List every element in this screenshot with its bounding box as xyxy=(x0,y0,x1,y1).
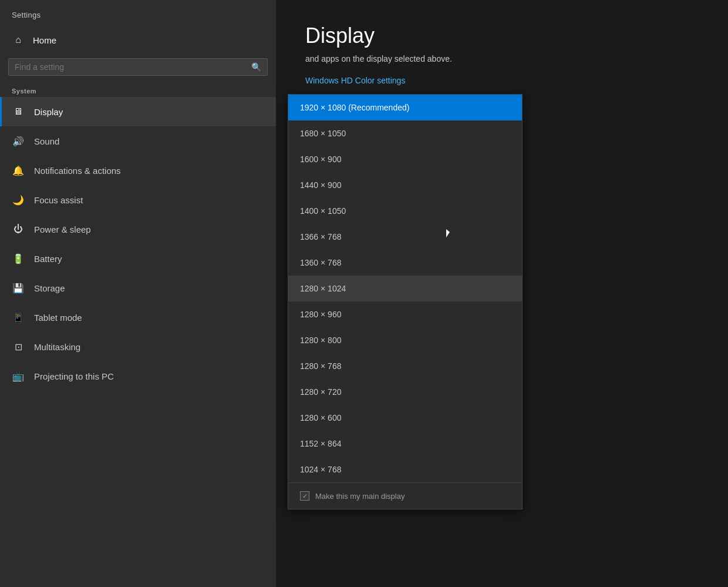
sidebar-item-label-focus: Focus assist xyxy=(34,195,83,205)
dropdown-resolution-item[interactable]: 1280 × 800 xyxy=(288,327,522,353)
focus-icon: 🌙 xyxy=(12,193,25,206)
sidebar-item-label-storage: Storage xyxy=(34,283,65,293)
sound-icon: 🔊 xyxy=(12,135,25,147)
nav-list: 🖥 Display 🔊 Sound 🔔 Notifications & acti… xyxy=(0,97,276,391)
sidebar-item-label-sound: Sound xyxy=(34,136,59,146)
sidebar-item-sound[interactable]: 🔊 Sound xyxy=(0,126,276,156)
main-display-label: Make this my main display xyxy=(315,492,405,501)
sidebar-item-label-notifications: Notifications & actions xyxy=(34,166,121,176)
main-content: Display and apps on the display selected… xyxy=(276,0,728,587)
dropdown-list: 1920 × 1080 (Recommended)1680 × 10501600… xyxy=(288,95,522,482)
sidebar-item-label-projecting: Projecting to this PC xyxy=(34,371,114,381)
sidebar-item-display[interactable]: 🖥 Display xyxy=(0,97,276,126)
sidebar-item-label-battery: Battery xyxy=(34,254,62,264)
sidebar-item-battery[interactable]: 🔋 Battery xyxy=(0,244,276,273)
sidebar-item-label-display: Display xyxy=(34,107,63,117)
notifications-icon: 🔔 xyxy=(12,164,25,177)
sidebar-item-label-power: Power & sleep xyxy=(34,224,91,234)
projecting-icon: 📺 xyxy=(12,370,25,383)
main-display-checkbox-row: ✓ Make this my main display xyxy=(288,482,522,509)
hd-color-link[interactable]: Windows HD Color settings xyxy=(305,76,405,85)
sidebar-item-tablet[interactable]: 📱 Tablet mode xyxy=(0,303,276,332)
sidebar-item-home[interactable]: ⌂ Home xyxy=(0,25,276,55)
checkbox-check-icon: ✓ xyxy=(302,492,308,500)
search-icon: 🔍 xyxy=(251,62,261,72)
sidebar-item-power[interactable]: ⏻ Power & sleep xyxy=(0,214,276,244)
sidebar-item-focus[interactable]: 🌙 Focus assist xyxy=(0,185,276,214)
resolution-dropdown[interactable]: 1920 × 1080 (Recommended)1680 × 10501600… xyxy=(288,94,523,509)
display-icon: 🖥 xyxy=(12,105,25,118)
dropdown-resolution-item[interactable]: 1440 × 900 xyxy=(288,172,522,198)
system-section-label: System xyxy=(0,84,276,97)
home-icon: ⌂ xyxy=(12,33,25,46)
dropdown-resolution-item[interactable]: 1280 × 768 xyxy=(288,353,522,379)
dropdown-resolution-item[interactable]: 1920 × 1080 (Recommended) xyxy=(288,95,522,120)
search-input[interactable] xyxy=(15,62,247,72)
dropdown-resolution-item[interactable]: 1024 × 768 xyxy=(288,457,522,482)
dropdown-resolution-item[interactable]: 1280 × 1024 xyxy=(288,276,522,301)
dropdown-resolution-item[interactable]: 1360 × 768 xyxy=(288,250,522,276)
page-subtitle: and apps on the display selected above. xyxy=(305,54,699,63)
dropdown-resolution-item[interactable]: 1152 × 864 xyxy=(288,431,522,457)
dropdown-resolution-item[interactable]: 1680 × 1050 xyxy=(288,120,522,146)
dropdown-resolution-item[interactable]: 1280 × 960 xyxy=(288,301,522,327)
dropdown-resolution-item[interactable]: 1280 × 720 xyxy=(288,379,522,405)
sidebar-item-notifications[interactable]: 🔔 Notifications & actions xyxy=(0,156,276,185)
power-icon: ⏻ xyxy=(12,223,25,236)
dropdown-resolution-item[interactable]: 1280 × 600 xyxy=(288,405,522,431)
battery-icon: 🔋 xyxy=(12,252,25,265)
sidebar-item-multitasking[interactable]: ⊡ Multitasking xyxy=(0,332,276,361)
sidebar-item-label-multitasking: Multitasking xyxy=(34,342,80,352)
search-box[interactable]: 🔍 xyxy=(8,58,268,76)
dropdown-resolution-item[interactable]: 1366 × 768 xyxy=(288,224,522,250)
multitasking-icon: ⊡ xyxy=(12,340,25,353)
tablet-icon: 📱 xyxy=(12,311,25,324)
sidebar: Settings ⌂ Home 🔍 System 🖥 Display 🔊 Sou… xyxy=(0,0,276,587)
dropdown-resolution-item[interactable]: 1400 × 1050 xyxy=(288,198,522,224)
main-display-checkbox[interactable]: ✓ xyxy=(300,491,309,501)
app-title: Settings xyxy=(0,0,276,25)
dropdown-resolution-item[interactable]: 1600 × 900 xyxy=(288,146,522,172)
sidebar-item-projecting[interactable]: 📺 Projecting to this PC xyxy=(0,361,276,391)
page-title: Display xyxy=(305,24,699,48)
storage-icon: 💾 xyxy=(12,281,25,294)
sidebar-item-label-tablet: Tablet mode xyxy=(34,313,82,323)
sidebar-item-storage[interactable]: 💾 Storage xyxy=(0,273,276,303)
home-label: Home xyxy=(33,35,56,45)
